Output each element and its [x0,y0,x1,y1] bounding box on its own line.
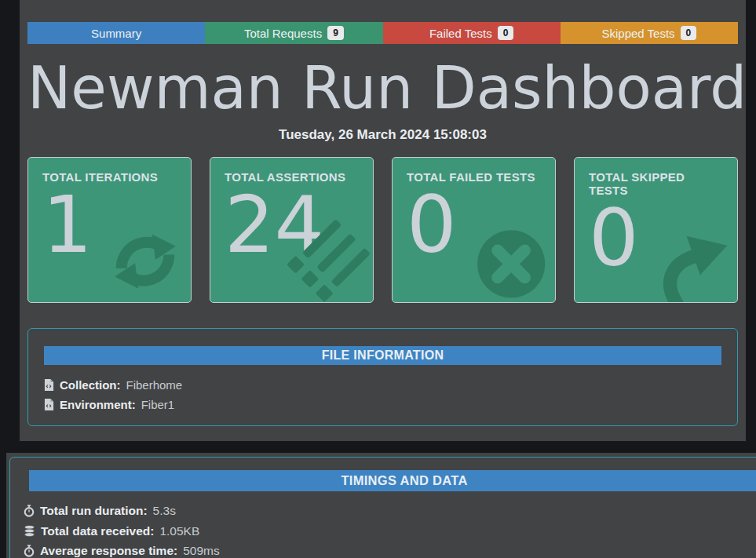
card-total-assertions: TOTAL ASSERTIONS 24 [210,157,374,303]
page-title: Newman Run Dashboard [27,50,738,126]
file-information-panel: FILE INFORMATION Collection: Fiberhome [27,328,738,426]
tab-summary-label: Summary [91,27,141,40]
average-response-time-value: 509ms [183,541,220,558]
card-total-skipped-tests: TOTAL SKIPPED TESTS 0 [574,157,738,303]
tab-total-requests-label: Total Requests [244,27,322,40]
collection-value: Fiberhome [126,375,183,395]
file-information-header: FILE INFORMATION [44,346,721,365]
card-total-iterations: TOTAL ITERATIONS 1 [27,157,192,303]
tab-skipped-tests[interactable]: Skipped Tests 0 [561,22,738,44]
tasks-icon [285,217,370,302]
tab-total-requests[interactable]: Total Requests 9 [205,22,382,44]
tab-failed-tests[interactable]: Failed Tests 0 [383,22,561,44]
total-data-received-value: 1.05KB [159,521,199,542]
tab-skipped-tests-label: Skipped Tests [601,27,674,40]
times-circle-icon [467,217,552,302]
total-run-duration-label: Total run duration: [40,501,148,521]
total-requests-badge: 9 [327,26,344,40]
report-tabbar: Summary Total Requests 9 Failed Tests 0 … [27,22,738,44]
file-code-icon [44,399,54,410]
average-response-time-row: Average response time: 509ms [24,541,756,558]
tab-summary[interactable]: Summary [27,22,205,44]
file-code-icon [44,379,54,391]
environment-value: Fiber1 [141,395,175,414]
skipped-tests-badge: 0 [681,26,697,40]
total-data-received-label: Total data received: [41,521,154,542]
share-arrow-icon [649,217,734,302]
total-run-duration-value: 5.3s [153,501,176,521]
summary-panel: Summary Total Requests 9 Failed Tests 0 … [20,0,746,441]
stopwatch-icon [24,545,35,557]
timings-and-data-panel: TIMINGS AND DATA Total run duration: 5.3… [9,457,756,558]
failed-tests-badge: 0 [498,26,514,40]
timings-section: TIMINGS AND DATA Total run duration: 5.3… [6,453,756,558]
total-data-received-row: Total data received: 1.05KB [24,521,756,542]
average-response-time-label: Average response time: [40,541,177,558]
environment-row: Environment: Fiber1 [44,395,721,414]
summary-cards: TOTAL ITERATIONS 1 TOTAL ASSERTIONS 24 [27,157,738,303]
tab-failed-tests-label: Failed Tests [429,27,492,40]
database-icon [24,525,35,537]
total-run-duration-row: Total run duration: 5.3s [24,501,756,521]
repeat-icon [103,217,188,302]
environment-label: Environment: [60,395,136,414]
collection-row: Collection: Fiberhome [44,375,721,395]
card-total-failed-tests: TOTAL FAILED TESTS 0 [392,157,556,303]
timings-and-data-header: TIMINGS AND DATA [29,470,756,491]
stopwatch-icon [24,505,35,517]
collection-label: Collection: [60,375,121,395]
run-timestamp: Tuesday, 26 March 2024 15:08:03 [20,127,746,143]
